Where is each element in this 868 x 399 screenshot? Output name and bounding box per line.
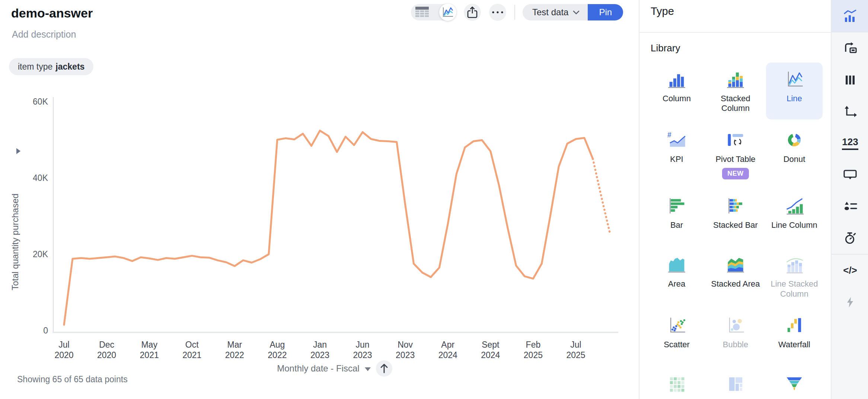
library-tile-label: Line Stacked Column xyxy=(768,279,820,299)
library-tile-funnel[interactable]: Funnel xyxy=(766,367,823,399)
waterfall-chart-icon xyxy=(782,316,806,335)
dataset-pin-control: Test data Pin xyxy=(523,4,623,20)
library-tile-pivot-table[interactable]: Pivot Table NEW xyxy=(707,123,764,185)
library-tile-waterfall[interactable]: Waterfall xyxy=(766,309,823,364)
panel-divider xyxy=(639,32,832,33)
library-tile-stacked-area[interactable]: Stacked Area xyxy=(707,248,764,305)
toolbar-item-legend[interactable] xyxy=(832,191,868,222)
toolbar-item-actions[interactable] xyxy=(832,286,868,318)
library-tile-column[interactable]: Column xyxy=(648,63,705,119)
library-tile-label: Stacked Column xyxy=(709,94,762,114)
library-tile-heatmap[interactable]: Heatmap xyxy=(648,367,705,399)
table-view-toggle[interactable] xyxy=(411,4,433,20)
library-tile-bubble[interactable]: Bubble xyxy=(707,309,764,364)
toolbar-item-number-format[interactable]: 123 xyxy=(832,127,868,159)
x-tick-label: Oct2021 xyxy=(182,340,201,360)
add-description-field[interactable]: Add description xyxy=(12,29,76,40)
x-tick-label: Jun2023 xyxy=(353,340,372,360)
pin-button[interactable]: Pin xyxy=(588,4,623,20)
x-tick-label: Jul2020 xyxy=(54,340,73,360)
library-tile-label: Bar xyxy=(670,220,683,230)
toolbar-item-timer[interactable] xyxy=(832,222,868,254)
chart-type-library: Column Stacked Column xyxy=(648,63,823,399)
dataset-selector-button[interactable]: Test data xyxy=(523,4,588,20)
library-tile-bar[interactable]: Bar xyxy=(648,189,705,244)
x-tick-label: Mar2022 xyxy=(225,340,244,360)
code-icon: </> xyxy=(843,265,857,276)
library-tile-line-column[interactable]: Line Column xyxy=(766,189,823,244)
library-tile-donut[interactable]: Donut xyxy=(766,123,823,185)
library-tile-label: Stacked Bar xyxy=(713,220,758,230)
filter-chip-field: item type xyxy=(18,62,52,72)
type-panel: Type Library Column xyxy=(639,0,831,399)
library-tile-stacked-column[interactable]: Stacked Column xyxy=(707,63,764,119)
settings-rail: 123 xyxy=(831,0,868,399)
chart-canvas[interactable]: 020K40K60KJul2020Dec2020May2021Oct2021Ma… xyxy=(0,89,636,372)
line-chart-view-icon xyxy=(442,7,454,18)
library-section-label: Library xyxy=(651,42,680,54)
x-tick-label: Apr2024 xyxy=(438,340,457,360)
pivot-table-icon xyxy=(724,131,747,149)
x-tick-label: Nov2023 xyxy=(396,340,415,360)
y-tick-label: 60K xyxy=(33,97,48,106)
line-chart[interactable]: 020K40K60KJul2020Dec2020May2021Oct2021Ma… xyxy=(0,89,636,372)
bubble-chart-icon xyxy=(724,316,747,335)
ellipsis-icon xyxy=(491,10,504,14)
x-tick-label: Feb2025 xyxy=(524,340,543,360)
svg-text:#: # xyxy=(667,131,671,139)
library-tile-scatter[interactable]: Scatter xyxy=(648,309,705,364)
x-tick-label: Sept2024 xyxy=(481,340,500,360)
x-tick-label: May2021 xyxy=(140,340,159,360)
table-icon xyxy=(415,6,429,18)
tooltip-icon xyxy=(843,169,857,181)
chevron-down-icon xyxy=(573,10,580,15)
header-divider xyxy=(514,5,515,20)
arrow-up-icon xyxy=(379,363,389,374)
x-tick-label: Aug2022 xyxy=(268,340,287,360)
toolbar-item-axes[interactable] xyxy=(832,96,868,127)
chart-line[interactable] xyxy=(64,131,593,325)
header-controls: Test data Pin xyxy=(411,4,623,21)
library-tile-label: KPI xyxy=(670,154,683,164)
toolbar-item-tooltip[interactable] xyxy=(832,159,868,191)
library-tile-area[interactable]: Area xyxy=(648,248,705,305)
chart-type-icon xyxy=(843,9,858,23)
sort-ascending-button[interactable] xyxy=(376,360,392,377)
line-column-icon xyxy=(782,197,806,215)
x-axis-field-label[interactable]: Monthly date - Fiscal xyxy=(277,363,359,374)
stacked-column-icon xyxy=(724,70,747,89)
filter-chip-item-type[interactable]: item type jackets xyxy=(9,58,93,75)
line-chart-icon xyxy=(782,70,806,89)
series-bars-icon xyxy=(844,74,856,86)
library-tile-line-stacked-column[interactable]: Line Stacked Column xyxy=(766,248,823,305)
field-caret-icon[interactable] xyxy=(365,367,371,371)
axes-icon xyxy=(843,105,857,118)
toolbar-item-code[interactable]: </> xyxy=(832,255,868,286)
page-title[interactable]: demo-answer xyxy=(11,6,93,20)
library-tile-treemap[interactable]: Treemap xyxy=(707,367,764,399)
share-button[interactable] xyxy=(464,4,481,21)
column-chart-icon xyxy=(665,70,689,89)
y-tick-label: 20K xyxy=(33,249,48,259)
library-tile-label: Line xyxy=(786,94,802,103)
line-stacked-column-icon xyxy=(782,255,806,274)
kpi-icon: # xyxy=(665,131,689,149)
library-tile-stacked-bar[interactable]: Stacked Bar xyxy=(707,189,764,244)
library-tile-kpi[interactable]: # KPI xyxy=(648,123,705,185)
chart-editor-app: demo-answer Add description item type ja… xyxy=(0,0,868,399)
more-options-button[interactable] xyxy=(489,4,506,21)
x-tick-label: Jul2025 xyxy=(566,340,585,360)
toolbar-item-move-to[interactable] xyxy=(832,32,868,64)
toolbar-item-series[interactable] xyxy=(832,64,868,96)
toolbar-item-chart-type[interactable] xyxy=(832,0,868,32)
chart-line-projection[interactable] xyxy=(593,159,610,233)
funnel-chart-icon xyxy=(782,375,806,393)
x-axis-field-control: Monthly date - Fiscal xyxy=(53,360,616,377)
share-icon xyxy=(467,6,478,19)
x-tick-label: Dec2020 xyxy=(97,340,116,360)
library-tile-line[interactable]: Line xyxy=(766,63,823,119)
chart-view-toggle[interactable] xyxy=(439,4,456,21)
treemap-icon xyxy=(724,375,747,393)
library-tile-label: Bubble xyxy=(723,340,749,349)
stopwatch-icon xyxy=(843,232,857,245)
